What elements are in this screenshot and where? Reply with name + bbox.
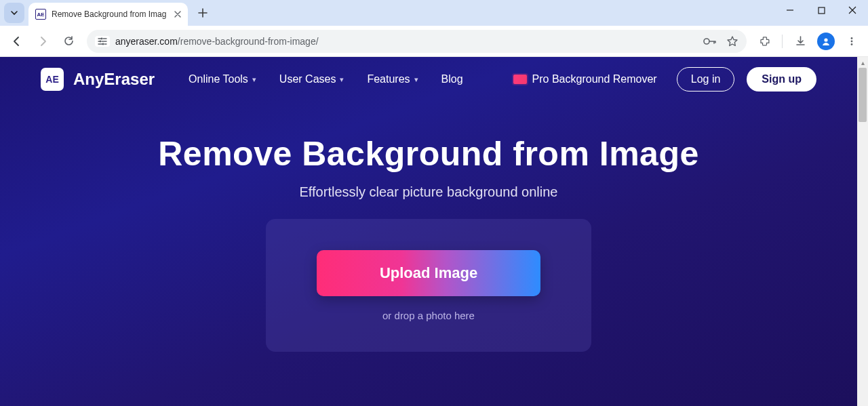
- svg-point-3: [102, 43, 104, 45]
- page-content: AE AnyEraser Online Tools ▾ User Cases ▾…: [0, 57, 857, 406]
- svg-point-8: [851, 43, 853, 45]
- tab-strip: AE Remove Background from Imag: [0, 0, 212, 26]
- svg-rect-0: [818, 7, 825, 14]
- address-bar[interactable]: anyeraser.com/remove-background-from-ima…: [87, 30, 747, 53]
- viewport: AE AnyEraser Online Tools ▾ User Cases ▾…: [0, 57, 868, 406]
- extensions-button[interactable]: [753, 30, 775, 53]
- page-title: Remove Background from Image: [158, 134, 699, 174]
- scroll-up-icon[interactable]: ▴: [857, 57, 868, 68]
- site-logo-text[interactable]: AnyEraser: [73, 70, 155, 89]
- svg-point-2: [100, 40, 102, 42]
- signup-button[interactable]: Sign up: [747, 67, 816, 92]
- arrow-right-icon: [37, 35, 49, 47]
- chevron-down-icon: ▾: [252, 75, 256, 84]
- reload-button[interactable]: [57, 30, 80, 53]
- new-tab-button[interactable]: [193, 3, 212, 22]
- tab-search-button[interactable]: [4, 3, 24, 23]
- back-button[interactable]: [5, 30, 28, 53]
- password-key-icon[interactable]: [703, 37, 717, 45]
- svg-point-1: [101, 37, 103, 39]
- close-icon: [848, 6, 856, 14]
- arrow-left-icon: [11, 35, 23, 47]
- nav-user-cases[interactable]: User Cases ▾: [279, 73, 344, 85]
- site-logo-icon[interactable]: AE: [41, 68, 64, 91]
- forward-button[interactable]: [31, 30, 54, 53]
- download-icon: [795, 35, 806, 47]
- tab-title: Remove Background from Imag: [52, 9, 169, 19]
- svg-point-5: [824, 38, 827, 41]
- svg-point-4: [704, 39, 709, 44]
- plus-icon: [198, 8, 208, 18]
- chevron-down-icon: ▾: [340, 75, 344, 84]
- nav-online-tools[interactable]: Online Tools ▾: [189, 73, 256, 85]
- scrollbar-thumb[interactable]: [859, 68, 867, 122]
- browser-titlebar: AE Remove Background from Imag: [0, 0, 868, 26]
- nav-features[interactable]: Features ▾: [367, 73, 418, 85]
- nav-label: User Cases: [279, 73, 336, 85]
- hero-section: Remove Background from Image Effortlessl…: [0, 102, 857, 352]
- url-path: /remove-background-from-image/: [178, 36, 319, 47]
- main-nav: Online Tools ▾ User Cases ▾ Features ▾ B…: [189, 73, 657, 85]
- maximize-icon: [818, 7, 825, 14]
- nav-label: Features: [367, 73, 410, 85]
- extensions-icon: [759, 35, 770, 47]
- close-window-button[interactable]: [837, 0, 868, 20]
- chevron-down-icon: [10, 9, 18, 17]
- svg-point-7: [851, 40, 853, 42]
- chevron-down-icon: ▾: [414, 75, 418, 84]
- nav-label: Pro Background Remover: [532, 73, 657, 85]
- close-icon[interactable]: [174, 11, 181, 18]
- site-settings-icon[interactable]: [95, 36, 110, 47]
- pro-badge-icon: [513, 75, 527, 84]
- minimize-icon: [786, 6, 794, 14]
- url-host: anyeraser.com: [115, 36, 178, 47]
- url-text: anyeraser.com/remove-background-from-ima…: [115, 36, 319, 47]
- login-button[interactable]: Log in: [677, 67, 735, 92]
- site-header: AE AnyEraser Online Tools ▾ User Cases ▾…: [0, 57, 857, 102]
- browser-toolbar: anyeraser.com/remove-background-from-ima…: [0, 26, 868, 57]
- tab-favicon: AE: [35, 9, 46, 20]
- upload-dropzone[interactable]: Upload Image or drop a photo here: [266, 219, 591, 352]
- window-controls: [774, 0, 868, 26]
- drop-hint: or drop a photo here: [382, 310, 475, 321]
- toolbar-divider: [782, 35, 783, 48]
- nav-label: Blog: [441, 73, 463, 85]
- nav-pro[interactable]: Pro Background Remover: [513, 73, 657, 85]
- minimize-button[interactable]: [774, 0, 806, 20]
- reload-icon: [63, 35, 75, 47]
- scrollbar[interactable]: ▴: [857, 57, 868, 406]
- kebab-icon: [847, 37, 856, 46]
- maximize-button[interactable]: [806, 0, 837, 20]
- nav-blog[interactable]: Blog: [441, 73, 463, 85]
- downloads-button[interactable]: [789, 30, 811, 53]
- profile-button[interactable]: [815, 30, 837, 53]
- bookmark-star-icon[interactable]: [726, 35, 738, 47]
- menu-button[interactable]: [841, 30, 863, 53]
- avatar-icon: [817, 33, 835, 50]
- browser-tab[interactable]: AE Remove Background from Imag: [28, 3, 188, 26]
- svg-point-6: [851, 37, 853, 39]
- nav-label: Online Tools: [189, 73, 248, 85]
- upload-button[interactable]: Upload Image: [317, 250, 540, 296]
- page-subtitle: Effortlessly clear picture background on…: [300, 184, 558, 200]
